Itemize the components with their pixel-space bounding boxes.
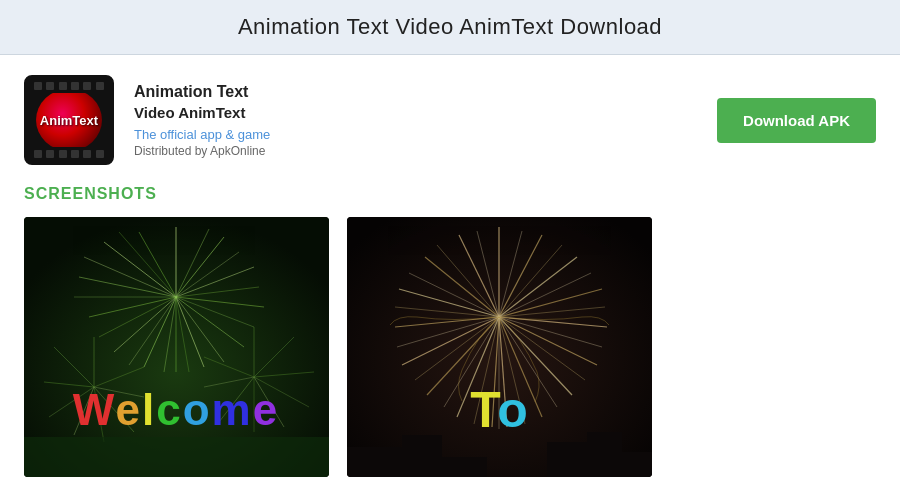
- app-official-label: The official app & game: [134, 127, 697, 142]
- page-header: Animation Text Video AnimText Download: [0, 0, 900, 55]
- film-hole: [83, 150, 91, 158]
- main-content: AnimText Animation Text Video AnimText T…: [0, 55, 900, 500]
- film-hole: [59, 150, 67, 158]
- app-meta: Animation Text Video AnimText The offici…: [134, 82, 697, 157]
- film-hole: [96, 82, 104, 90]
- screenshot-to: To: [347, 217, 652, 477]
- app-title-line2: Video AnimText: [134, 103, 697, 123]
- svg-rect-85: [437, 457, 487, 477]
- film-hole: [46, 82, 54, 90]
- app-icon-text: AnimText: [40, 113, 98, 128]
- app-icon: AnimText: [24, 75, 114, 165]
- film-hole: [46, 150, 54, 158]
- film-hole: [71, 150, 79, 158]
- page-title: Animation Text Video AnimText Download: [20, 14, 880, 40]
- download-apk-button[interactable]: Download APK: [717, 98, 876, 143]
- svg-rect-86: [547, 442, 592, 477]
- screenshots-row: Welcome: [24, 217, 876, 477]
- screenshot-welcome: Welcome: [24, 217, 329, 477]
- film-strip-bottom: [28, 147, 110, 161]
- film-hole: [83, 82, 91, 90]
- film-hole: [34, 82, 42, 90]
- film-hole: [59, 82, 67, 90]
- svg-text:To: To: [470, 382, 527, 438]
- app-distributed-label: Distributed by ApkOnline: [134, 144, 697, 158]
- svg-rect-83: [347, 447, 407, 477]
- app-icon-inner: AnimText: [36, 89, 102, 151]
- film-hole: [34, 150, 42, 158]
- svg-text:Welcome: Welcome: [73, 385, 279, 434]
- svg-rect-45: [24, 437, 329, 477]
- screenshots-label: SCREENSHOTS: [24, 185, 876, 203]
- film-hole: [71, 82, 79, 90]
- film-hole: [96, 150, 104, 158]
- app-title-line1: Animation Text: [134, 82, 697, 103]
- svg-rect-88: [617, 452, 652, 477]
- svg-rect-84: [402, 435, 442, 477]
- svg-rect-87: [587, 432, 622, 477]
- film-strip-top: [28, 79, 110, 93]
- app-info-row: AnimText Animation Text Video AnimText T…: [24, 75, 876, 165]
